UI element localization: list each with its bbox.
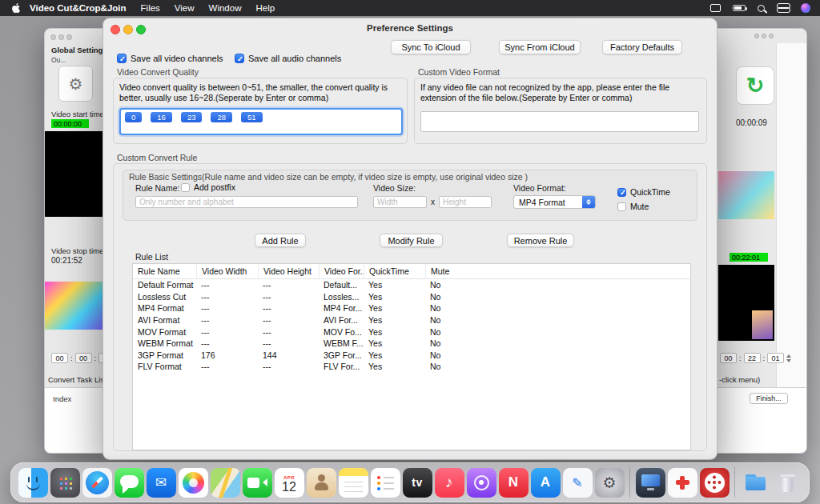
custom-convert-rule-group-label: Custom Convert Rule <box>117 153 197 162</box>
menu-window[interactable]: Window <box>209 3 242 13</box>
video-format-label: Video Format: <box>513 183 566 193</box>
dock-icon-display-app[interactable] <box>636 468 665 498</box>
quality-tag[interactable]: 28 <box>211 112 232 122</box>
modify-rule-button[interactable]: Modify Rule <box>380 234 443 247</box>
bottom-panel: Finish... <box>705 387 806 454</box>
cell: FLV Format <box>133 362 196 371</box>
search-icon[interactable] <box>758 5 765 12</box>
sync-from-icloud-button[interactable]: Sync From iCloud <box>499 40 581 54</box>
convert-button[interactable]: ↻ <box>736 66 774 105</box>
column-mute[interactable]: Mute <box>425 264 690 278</box>
height-input[interactable] <box>439 196 492 208</box>
desktop: Video Cut&Crop&Join Files View Window He… <box>0 0 820 504</box>
table-row[interactable]: WEBM Format------WEBM F...YesNo <box>133 338 690 350</box>
video-format-dropdown[interactable]: MP4 Format <box>513 195 596 209</box>
quicktime-checkbox[interactable]: QuickTime <box>617 187 670 197</box>
dock-icon-pencil-app[interactable]: ✎ <box>563 468 593 498</box>
inactive-zoom-button[interactable] <box>66 34 72 40</box>
menu-help[interactable]: Help <box>255 3 275 13</box>
quality-tags-field[interactable]: 0 16 23 28 51 <box>119 108 403 135</box>
battery-icon[interactable] <box>733 5 746 11</box>
dock-icon-tv[interactable]: tv <box>403 468 432 498</box>
finish-button[interactable]: Finish... <box>750 393 788 404</box>
dock-icon-notes[interactable] <box>339 468 368 498</box>
mute-checkbox[interactable]: Mute <box>617 202 649 211</box>
quality-tag[interactable]: 23 <box>181 112 203 122</box>
dock-icon-trash[interactable] <box>773 468 802 498</box>
dock-icon-safari[interactable] <box>82 468 112 498</box>
calendar-day: 12 <box>282 481 296 494</box>
quality-tag[interactable]: 51 <box>241 112 263 122</box>
video-start-time-value: 00:00:00 <box>51 119 89 128</box>
dock-icon-mail[interactable]: ✉ <box>147 468 176 498</box>
settings-gear-button[interactable]: ⚙ <box>58 66 93 102</box>
save-video-channels-checkbox[interactable]: Save all video channels <box>117 54 223 63</box>
factory-defaults-button[interactable]: Factory Defaults <box>602 40 682 54</box>
dock-icon-podcasts[interactable] <box>467 468 496 498</box>
dock-icon-finder[interactable] <box>18 468 48 498</box>
dock-icon-app-store[interactable]: A <box>531 468 561 498</box>
dock-icon-reminders[interactable] <box>371 468 400 498</box>
inactive-close-button[interactable] <box>50 34 56 40</box>
remove-rule-button[interactable]: Remove Rule <box>507 234 574 247</box>
table-row[interactable]: Lossless Cut------Lossles...YesNo <box>133 291 690 303</box>
table-row[interactable]: MP4 Format------MP4 For...YesNo <box>133 302 690 314</box>
column-video-height[interactable]: Video Height <box>258 264 319 278</box>
hours-stepper[interactable]: 00 <box>51 353 68 363</box>
apple-menu-icon[interactable] <box>11 2 22 14</box>
left-background-window: Global Setting Ou... ⚙ Video start time … <box>44 28 111 454</box>
dialog-title: Preference Settings <box>103 23 717 33</box>
table-row[interactable]: Default Format------Default...YesNo <box>133 279 690 291</box>
elapsed-time-value: 00:00:09 <box>736 118 767 127</box>
checkbox-unchecked-icon <box>617 202 626 211</box>
dock-icon-video-cut-app[interactable] <box>700 468 730 498</box>
stepper-arrows[interactable] <box>786 354 791 362</box>
quality-tag[interactable]: 0 <box>125 112 142 122</box>
cell: Lossles... <box>319 292 364 302</box>
menu-files[interactable]: Files <box>141 3 160 13</box>
display-mirroring-icon[interactable] <box>710 4 721 12</box>
siri-icon[interactable] <box>801 3 810 13</box>
table-row[interactable]: FLV Format------FLV For...YesNo <box>133 361 690 373</box>
dock-icon-calendar[interactable]: APR 12 <box>275 468 304 498</box>
cell: --- <box>258 362 319 371</box>
dock-icon-photos[interactable] <box>179 468 208 498</box>
dock-icon-facetime[interactable] <box>243 468 272 498</box>
right-background-window: ↻ 00:00:09 00:22:01 00 : 22 : 01 -click … <box>705 28 807 454</box>
width-input[interactable] <box>373 196 427 208</box>
minutes-stepper[interactable]: 22 <box>744 353 761 363</box>
table-row[interactable]: MOV Format------MOV Fo...YesNo <box>133 326 690 338</box>
column-video-width[interactable]: Video Width <box>196 264 258 278</box>
add-postfix-checkbox[interactable]: Add postfix <box>181 182 235 192</box>
table-row[interactable]: AVI Format------AVI For...YesNo <box>133 314 690 326</box>
dock-icon-launchpad[interactable] <box>50 468 80 498</box>
column-video-format[interactable]: Video For... <box>319 264 364 278</box>
dock-icon-system-preferences[interactable]: ⚙ <box>595 468 625 498</box>
quality-tag[interactable]: 16 <box>151 112 172 122</box>
inactive-minimize-button[interactable] <box>58 34 64 40</box>
gear-icon: ⚙ <box>69 74 83 94</box>
dropdown-stepper-icon[interactable] <box>582 196 595 208</box>
table-row[interactable]: 3GP Format1761443GP For...YesNo <box>133 350 690 362</box>
column-quicktime[interactable]: QuickTime <box>364 264 425 278</box>
cell: --- <box>258 315 319 325</box>
dock-icon-downloads-folder[interactable] <box>741 468 770 498</box>
menu-view[interactable]: View <box>175 3 195 13</box>
menu-app-name[interactable]: Video Cut&Crop&Join <box>30 3 127 13</box>
dock-icon-music[interactable]: ♪ <box>435 468 464 498</box>
column-rule-name[interactable]: Rule Name <box>133 264 196 278</box>
seconds-stepper[interactable]: 01 <box>767 353 784 363</box>
dock-icon-news[interactable]: N <box>499 468 529 498</box>
minutes-stepper[interactable]: 00 <box>75 353 92 363</box>
sync-to-icloud-button[interactable]: Sync To iCloud <box>391 40 471 54</box>
dock-icon-maps[interactable] <box>211 468 240 498</box>
hours-stepper[interactable]: 00 <box>720 353 737 363</box>
add-rule-button[interactable]: Add Rule <box>255 234 306 247</box>
rule-name-input[interactable] <box>135 196 358 208</box>
dock-icon-contacts[interactable] <box>307 468 336 498</box>
custom-format-input[interactable] <box>420 111 699 132</box>
control-center-icon[interactable] <box>777 3 789 13</box>
save-audio-channels-checkbox[interactable]: Save all audio channels <box>235 54 341 63</box>
dock-icon-messages[interactable] <box>115 468 144 498</box>
dock-icon-medical-app[interactable] <box>668 468 697 498</box>
